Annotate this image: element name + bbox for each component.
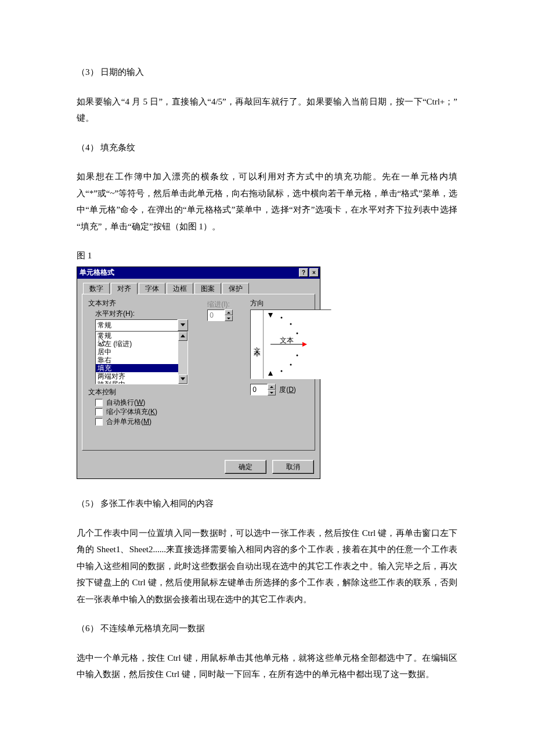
indent-value[interactable]: 0 (207, 309, 225, 321)
svg-point-7 (297, 355, 298, 357)
figure-1-caption: 图 1 (77, 247, 457, 264)
scroll-track[interactable] (178, 341, 187, 375)
dialog-title: 单元格格式 (80, 268, 114, 276)
degrees-label: 度(D) (279, 386, 296, 394)
svg-point-9 (281, 370, 283, 372)
orientation-text: 文本 (280, 336, 294, 344)
checkbox-icon (95, 408, 103, 416)
section-3-heading: （3） 日期的输入 (77, 64, 457, 81)
section-4-heading: （4） 填充条纹 (77, 139, 457, 156)
orientation-dial[interactable]: 文本 (264, 310, 332, 379)
list-item[interactable]: 居中 (96, 348, 178, 356)
tab-strip: 数字 对齐 字体 边框 图案 保护 (82, 282, 315, 294)
tab-number[interactable]: 数字 (83, 283, 110, 294)
tab-protection[interactable]: 保护 (222, 283, 249, 294)
text-control-label: 文本控制 (88, 388, 207, 396)
spin-up-button[interactable] (268, 384, 276, 390)
section-6-heading: （6） 不连续单元格填充同一数据 (77, 620, 457, 637)
orientation-label: 方向 (250, 299, 331, 307)
spin-down-button[interactable] (225, 315, 233, 321)
chevron-down-icon (270, 392, 273, 394)
checkbox-icon (95, 418, 103, 426)
close-button[interactable]: × (309, 268, 319, 277)
shrink-to-fit-checkbox[interactable]: 缩小字体填充(K) (95, 408, 207, 416)
ok-button[interactable]: 确定 (225, 460, 266, 474)
svg-point-6 (297, 333, 298, 334)
tab-alignment[interactable]: 对齐 (111, 283, 138, 294)
merge-cells-checkbox[interactable]: 合并单元格(M) (95, 417, 207, 426)
orientation-control[interactable]: 文本 文本 (250, 309, 331, 379)
section-4-body: 如果想在工作簿中加入漂亮的横条纹，可以利用对齐方式中的填充功能。先在一单元格内填… (77, 168, 457, 235)
chevron-down-icon (181, 377, 185, 380)
shrink-to-fit-label: 缩小字体填充(K) (106, 408, 157, 416)
list-scrollbar[interactable] (178, 332, 187, 384)
svg-marker-2 (302, 342, 307, 347)
tab-pattern[interactable]: 图案 (194, 283, 221, 294)
list-item[interactable]: 靠左 (缩进) (96, 340, 178, 348)
list-item-selected[interactable]: 填充 (96, 364, 178, 372)
help-button[interactable]: ? (299, 268, 308, 277)
spin-up-button[interactable] (225, 309, 233, 315)
horizontal-align-value[interactable]: 常规 (95, 319, 178, 331)
wrap-text-checkbox[interactable]: 自动换行(W) (95, 398, 207, 406)
degrees-value[interactable]: 0 (250, 384, 268, 395)
horizontal-align-label: 水平对齐(H): (95, 309, 207, 318)
section-5-body: 几个工作表中同一位置填入同一数据时，可以选中一张工作表，然后按住 Ctrl 键，… (77, 525, 457, 608)
degrees-spinner[interactable]: 0 (250, 384, 276, 395)
wrap-text-label: 自动换行(W) (106, 398, 145, 406)
svg-point-4 (281, 317, 283, 319)
tab-font[interactable]: 字体 (139, 283, 165, 294)
list-item[interactable]: 常规 (96, 332, 178, 340)
checkbox-icon (95, 399, 103, 406)
tab-border[interactable]: 边框 (167, 283, 193, 294)
spin-down-button[interactable] (268, 390, 276, 395)
indent-spinner[interactable]: 0 (207, 309, 233, 321)
chevron-up-icon (270, 386, 273, 388)
horizontal-align-listbox[interactable]: 常规 靠左 (缩进) 居中 靠右 填充 两端对齐 跨列居中 (95, 331, 188, 384)
list-item[interactable]: 两端对齐 (96, 372, 178, 380)
list-item[interactable]: 跨列居中 (96, 380, 178, 384)
cell-format-dialog: 单元格格式 ? × 数字 对齐 字体 边框 图案 保护 文本对齐 水平对齐(H)… (77, 267, 320, 480)
merge-cells-label: 合并单元格(M) (106, 417, 151, 426)
section-6-body: 选中一个单元格，按住 Ctrl 键，用鼠标单击其他单元格，就将这些单元格全部都选… (77, 650, 457, 683)
svg-marker-10 (268, 371, 273, 376)
indent-label: 缩进(I): (207, 300, 233, 308)
dialog-titlebar[interactable]: 单元格格式 ? × (77, 267, 320, 279)
list-item[interactable]: 靠右 (96, 356, 178, 364)
chevron-up-icon (181, 334, 185, 337)
cancel-button[interactable]: 取消 (272, 460, 314, 474)
orientation-vertical-text[interactable]: 文本 (251, 310, 264, 379)
chevron-down-icon (181, 323, 185, 326)
svg-point-5 (290, 323, 292, 325)
svg-point-8 (290, 364, 292, 366)
horizontal-align-combo[interactable]: 常规 (95, 319, 188, 331)
chevron-down-icon (227, 318, 230, 319)
scroll-down-button[interactable] (178, 375, 187, 384)
section-3-body: 如果要输入“4 月 5 日”，直接输入“4/5”，再敲回车就行了。如果要输入当前… (77, 93, 457, 127)
text-alignment-label: 文本对齐 (88, 299, 207, 307)
section-5-heading: （5） 多张工作表中输入相同的内容 (77, 495, 457, 512)
svg-marker-3 (268, 313, 273, 318)
scroll-up-button[interactable] (178, 332, 187, 341)
chevron-up-icon (227, 312, 230, 314)
combo-drop-button[interactable] (178, 319, 188, 331)
